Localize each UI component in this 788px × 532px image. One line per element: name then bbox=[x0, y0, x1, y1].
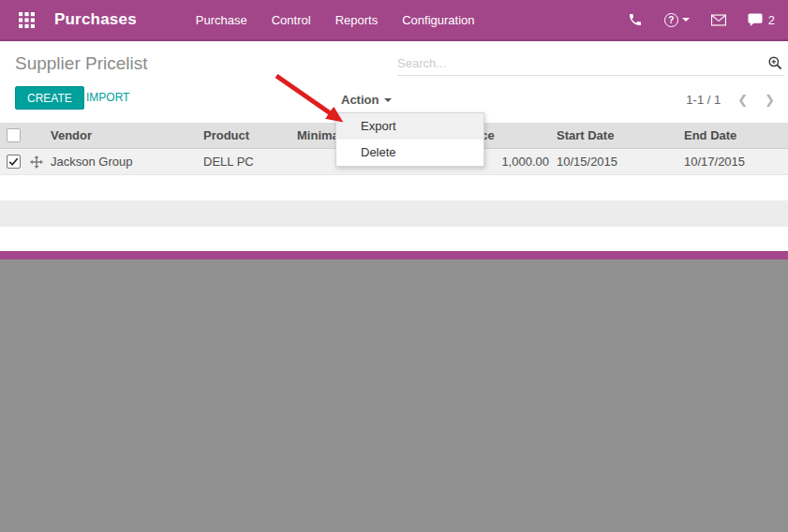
menu-item-export[interactable]: Export bbox=[336, 113, 483, 140]
create-button[interactable]: CREATE bbox=[15, 86, 84, 110]
column-header-vendor[interactable]: Vendor bbox=[47, 123, 200, 148]
column-header-end-date[interactable]: End Date bbox=[680, 123, 788, 148]
action-button-label: Action bbox=[341, 93, 379, 107]
navbar-right-icons: ? 2 bbox=[628, 12, 775, 27]
mail-icon[interactable] bbox=[711, 14, 726, 26]
page-title: Supplier Pricelist bbox=[15, 53, 148, 74]
import-button[interactable]: IMPORT bbox=[86, 91, 129, 104]
handle-column-header bbox=[26, 123, 47, 148]
menu-item-delete[interactable]: Delete bbox=[336, 140, 483, 166]
menu-item-control[interactable]: Control bbox=[260, 1, 323, 39]
phone-icon[interactable] bbox=[628, 12, 643, 27]
apps-grid-icon[interactable] bbox=[14, 7, 38, 32]
action-dropdown-menu: Export Delete bbox=[335, 112, 484, 167]
advanced-search-icon[interactable] bbox=[768, 56, 782, 70]
cell-vendor[interactable]: Jackson Group bbox=[47, 148, 200, 174]
pager: 1-1 / 1 ❮ ❯ bbox=[686, 93, 775, 107]
cell-end-date[interactable]: 10/17/2015 bbox=[680, 148, 788, 174]
search-input[interactable] bbox=[397, 56, 768, 70]
message-count-badge: 2 bbox=[768, 13, 775, 27]
chevron-down-icon bbox=[384, 98, 392, 102]
top-navbar: Purchases Purchase Control Reports Confi… bbox=[0, 0, 788, 41]
page-background bbox=[0, 259, 788, 532]
footer-accent-bar bbox=[0, 251, 788, 259]
help-menu-icon[interactable]: ? bbox=[664, 13, 690, 27]
menu-item-reports[interactable]: Reports bbox=[323, 1, 391, 39]
menu-item-purchase[interactable]: Purchase bbox=[184, 1, 260, 39]
search-bar bbox=[397, 52, 784, 76]
cell-product[interactable]: DELL PC bbox=[200, 148, 293, 174]
column-header-start-date[interactable]: Start Date bbox=[553, 123, 680, 148]
pager-next-icon[interactable]: ❯ bbox=[765, 94, 775, 106]
cell-start-date[interactable]: 10/15/2015 bbox=[553, 148, 680, 174]
drag-handle-icon[interactable] bbox=[30, 155, 43, 169]
app-title[interactable]: Purchases bbox=[54, 10, 137, 29]
row-checkbox[interactable] bbox=[7, 155, 21, 169]
column-header-product[interactable]: Product bbox=[200, 123, 293, 148]
main-menu: Purchase Control Reports Configuration bbox=[184, 1, 487, 39]
pager-previous-icon[interactable]: ❮ bbox=[737, 94, 748, 106]
action-dropdown-button[interactable]: Action bbox=[341, 93, 392, 107]
check-icon bbox=[7, 155, 20, 168]
select-all-checkbox[interactable] bbox=[7, 128, 21, 142]
apps-grid-glyph bbox=[19, 12, 35, 28]
question-mark-icon: ? bbox=[664, 13, 678, 27]
empty-row-stripe bbox=[0, 200, 788, 227]
menu-item-configuration[interactable]: Configuration bbox=[390, 1, 486, 39]
messages-icon[interactable]: 2 bbox=[748, 13, 775, 27]
chevron-down-icon bbox=[682, 18, 690, 22]
pager-range: 1-1 / 1 bbox=[686, 93, 721, 107]
